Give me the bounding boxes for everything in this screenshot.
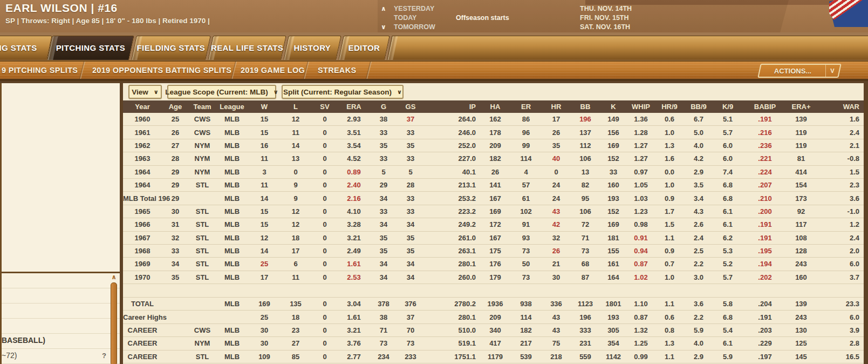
tab-real-life-stats[interactable]: REAL LIFE STATS [208, 36, 286, 60]
table-row: TOTALMLB16913503.043783762780.2193693833… [123, 298, 864, 311]
table-cell: MLB [216, 126, 248, 139]
column-header-gs[interactable]: GS [398, 100, 423, 113]
table-cell: 1960 [123, 113, 162, 126]
tab-pitching-stats[interactable]: PITCHING STATS [47, 36, 134, 60]
tab-fielding-stats[interactable]: FIELDING STATS [131, 36, 211, 60]
table-cell: 12 [281, 113, 311, 126]
tab-history[interactable]: HISTORY [283, 36, 341, 60]
subtab-pitching-splits[interactable]: 9 PITCHING SPLITS [2, 62, 78, 79]
side-panel-scrollbar[interactable] [111, 282, 117, 364]
table-cell: STL [189, 271, 216, 284]
table-cell: 0.6 [655, 311, 684, 323]
table-cell: 15 [248, 218, 281, 231]
table-cell: 25 [162, 113, 189, 126]
table-cell: 119 [788, 126, 815, 139]
column-header-team[interactable]: Team [189, 100, 216, 113]
column-header-ip[interactable]: IP [423, 100, 480, 113]
table-cell: 0 [311, 323, 339, 336]
top-header-bar: EARL WILSON | #16 SP | Throws: Right | A… [0, 0, 868, 32]
split-dropdown[interactable]: Split (Current: Regular Season) ∨ [282, 85, 404, 99]
column-header-l[interactable]: L [281, 100, 311, 113]
column-header-hr[interactable]: HR [542, 100, 571, 113]
table-cell: MLB [216, 178, 248, 191]
column-header-g[interactable]: G [369, 100, 398, 113]
column-header-k[interactable]: K [600, 100, 627, 113]
calendar-prev-icon[interactable]: ∧ [381, 5, 386, 12]
calendar-label: TOMORROW [394, 23, 435, 31]
table-cell: 16.5 [815, 350, 864, 363]
table-cell: 217 [510, 337, 542, 350]
table-cell: 34 [369, 192, 398, 205]
column-header-age[interactable]: Age [162, 100, 189, 113]
column-header-era[interactable]: ERA [339, 100, 369, 113]
table-cell: MLB [216, 205, 248, 218]
content-area: BASEBALL) ~72) ? ∧ View ∨ League Scope (… [0, 81, 868, 364]
table-cell: MLB [216, 244, 248, 257]
league-scope-dropdown[interactable]: League Scope (Current: MLB) ∨ [167, 85, 276, 99]
table-cell: MLB [216, 192, 248, 205]
column-header-ha[interactable]: HA [480, 100, 510, 113]
column-header-k-9[interactable]: K/9 [713, 100, 742, 113]
table-cell: 139 [788, 113, 815, 126]
column-header-whip[interactable]: WHIP [627, 100, 655, 113]
table-cell: 196 [571, 113, 600, 126]
column-header-w[interactable]: W [248, 100, 281, 113]
list-item-label: BASEBALL) [2, 336, 45, 345]
tab-editor[interactable]: EDITOR [338, 36, 390, 60]
table-cell: .194 [742, 258, 788, 271]
table-cell: 37 [398, 311, 423, 323]
column-header-year[interactable]: Year [123, 100, 162, 113]
table-cell: 87 [571, 271, 600, 284]
table-cell: 223.2 [423, 205, 480, 218]
column-header-bb-9[interactable]: BB/9 [684, 100, 713, 113]
table-cell: 0 [311, 350, 339, 363]
table-cell: 233 [398, 350, 423, 363]
table-cell: 13 [281, 152, 311, 165]
calendar-label: TODAY [394, 14, 416, 22]
table-cell: MLB Total 196 [123, 192, 162, 205]
table-cell: 280.1 [423, 311, 480, 323]
table-cell: 3.0 [684, 271, 713, 284]
table-cell: 1.1 [655, 350, 684, 363]
subtab-game-log[interactable]: 2019 GAME LOG [241, 62, 305, 79]
table-cell: 135 [281, 298, 311, 311]
column-header-sv[interactable]: SV [311, 100, 339, 113]
table-cell: 263.1 [423, 244, 480, 257]
table-cell: 96 [510, 126, 542, 139]
table-cell: 92 [788, 205, 815, 218]
column-header-league[interactable]: League [216, 100, 248, 113]
table-cell: STL [189, 350, 216, 363]
table-cell: 17 [542, 113, 571, 126]
table-cell: 1969 [123, 258, 162, 271]
table-cell: 3.9 [815, 323, 864, 336]
table-cell: 3.6 [684, 298, 713, 311]
table-cell: .216 [742, 126, 788, 139]
tab-label: EDITOR [341, 36, 387, 60]
tab-batting-stats[interactable]: ING STATS [0, 36, 52, 60]
table-cell: 73 [571, 244, 600, 257]
table-cell: 33 [398, 205, 423, 218]
scroll-up-icon[interactable]: ∧ [110, 273, 118, 281]
table-cell: 160 [788, 271, 815, 284]
column-header-hr-9[interactable]: HR/9 [655, 100, 684, 113]
table-cell: 73 [510, 244, 542, 257]
table-cell: 14 [248, 244, 281, 257]
actions-button[interactable]: ACTIONS... V [757, 64, 842, 78]
table-cell: 6.7 [684, 113, 713, 126]
subtab-streaks[interactable]: STREAKS [318, 62, 356, 79]
help-icon[interactable]: ? [102, 352, 106, 360]
table-cell: 252.0 [423, 139, 480, 152]
subtab-opponents-batting-splits[interactable]: 2019 OPPONENTS BATTING SPLITS [92, 62, 231, 79]
table-cell: 6.8 [713, 311, 742, 323]
view-dropdown[interactable]: View ∨ [128, 85, 162, 99]
chevron-down-icon: ∨ [154, 89, 159, 96]
column-header-er[interactable]: ER [510, 100, 542, 113]
table-cell: 6 [281, 258, 311, 271]
table-cell: 95 [571, 192, 600, 205]
column-header-era-[interactable]: ERA+ [788, 100, 815, 113]
column-header-war[interactable]: WAR [815, 100, 864, 113]
table-row: 196126CWSMLB151103.513333246.01789626137… [123, 126, 864, 139]
calendar-next-icon[interactable]: ∨ [381, 23, 386, 31]
column-header-babip[interactable]: BABIP [742, 100, 788, 113]
column-header-bb[interactable]: BB [571, 100, 600, 113]
